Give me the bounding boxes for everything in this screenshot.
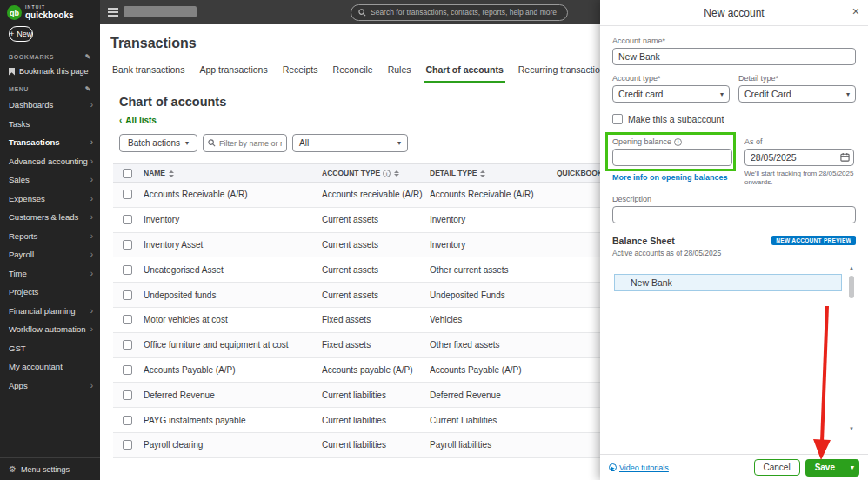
detail-type-select[interactable]: Credit Card ▾ — [738, 85, 856, 103]
sidebar-item-workflow-automation[interactable]: Workflow automation› — [0, 320, 100, 339]
row-checkbox[interactable] — [123, 365, 132, 375]
edit-bookmarks-icon[interactable]: ✎ — [85, 53, 91, 61]
row-checkbox[interactable] — [123, 190, 132, 199]
table-row[interactable]: Inventory AssetCurrent assetsInventory — [113, 233, 600, 258]
global-search[interactable] — [351, 4, 568, 21]
sidebar-item-financial-planning[interactable]: Financial planning› — [0, 302, 100, 321]
row-checkbox[interactable] — [123, 290, 132, 300]
sidebar-item-payroll[interactable]: Payroll› — [0, 245, 100, 264]
tab-rules[interactable]: Rules — [386, 61, 413, 83]
more-info-link[interactable]: More info on opening balances — [612, 173, 732, 182]
preview-item-new-bank[interactable]: New Bank — [614, 274, 842, 291]
sidebar-item-gst[interactable]: GST — [0, 339, 100, 358]
select-all-checkbox[interactable] — [123, 169, 132, 178]
video-tutorials-link[interactable]: ▶ Video tutorials — [609, 463, 669, 472]
filter-input-wrap[interactable] — [203, 134, 287, 152]
quickbooks-logo[interactable]: qb INTUIT quickbooks — [0, 0, 100, 23]
header-detail-type[interactable]: DETAIL TYPE — [430, 169, 557, 177]
bookmark-icon — [9, 68, 15, 76]
description-field[interactable] — [612, 206, 856, 223]
tab-app-transactions[interactable]: App transactions — [197, 61, 269, 83]
sort-icon[interactable] — [480, 170, 485, 177]
account-type-select[interactable]: Credit card ▾ — [612, 85, 730, 103]
sidebar-item-dashboards[interactable]: Dashboards› — [0, 96, 100, 115]
table-row[interactable]: Accounts Receivable (A/R)Accounts receiv… — [113, 183, 600, 208]
table-row[interactable]: PAYG instalments payableCurrent liabilit… — [113, 408, 600, 433]
calendar-icon[interactable] — [840, 152, 850, 162]
table-row[interactable]: InventoryCurrent assetsInventory — [113, 208, 600, 233]
hamburger-icon[interactable] — [108, 8, 118, 18]
sort-icon[interactable] — [394, 170, 399, 177]
save-dropdown-button[interactable]: ▼ — [845, 459, 859, 477]
account-name-label: Account name* — [612, 37, 856, 45]
info-icon[interactable]: i — [383, 170, 391, 177]
filter-input[interactable] — [219, 139, 282, 148]
sidebar-item-tasks[interactable]: Tasks — [0, 115, 100, 134]
edit-menu-icon[interactable]: ✎ — [85, 85, 91, 93]
info-icon[interactable]: i — [674, 138, 682, 146]
save-button[interactable]: Save — [805, 459, 845, 477]
batch-actions-button[interactable]: Batch actions ▾ — [119, 134, 197, 152]
sidebar-item-expenses[interactable]: Expenses› — [0, 190, 100, 209]
sidebar-item-time[interactable]: Time› — [0, 264, 100, 283]
sidebar-item-apps[interactable]: Apps› — [0, 377, 100, 396]
bookmarks-header-label: BOOKMARKS — [9, 54, 54, 60]
scrollbar-thumb[interactable] — [849, 276, 854, 298]
brand-product: quickbooks — [25, 10, 74, 20]
table-row[interactable]: Deferred RevenueCurrent liabilitiesDefer… — [113, 383, 600, 408]
subaccount-checkbox-row[interactable]: Make this a subaccount — [612, 114, 856, 124]
header-quickbooks-balance[interactable]: QUICKBOOKS BALANCE — [557, 169, 600, 177]
header-account-type[interactable]: ACCOUNT TYPEi — [322, 169, 430, 178]
sidebar-item-sales[interactable]: Sales› — [0, 170, 100, 190]
row-checkbox[interactable] — [123, 315, 132, 324]
scroll-up-icon[interactable]: ▲ — [849, 265, 854, 270]
row-checkbox[interactable] — [123, 416, 132, 425]
row-checkbox[interactable] — [123, 390, 132, 400]
sidebar-item-label: Customers & leads — [9, 212, 78, 222]
table-row[interactable]: Undeposited fundsCurrent assetsUndeposit… — [113, 283, 600, 308]
tab-receipts[interactable]: Receipts — [281, 61, 320, 83]
header-name[interactable]: NAME — [141, 169, 322, 177]
row-checkbox[interactable] — [123, 215, 132, 224]
type-filter-select[interactable]: All ▾ — [292, 134, 408, 152]
chevron-right-icon: › — [90, 194, 93, 203]
chevron-right-icon: › — [90, 175, 93, 184]
tab-recurring-transactions[interactable]: Recurring transactions — [517, 61, 600, 83]
bookmark-this-page[interactable]: Bookmark this page — [0, 63, 100, 80]
sort-icon[interactable] — [169, 170, 174, 177]
table-row[interactable]: Payroll clearingCurrent liabilitiesPayro… — [113, 433, 600, 458]
scroll-down-icon[interactable]: ▼ — [849, 426, 854, 431]
sidebar-item-projects[interactable]: Projects — [0, 283, 100, 302]
row-checkbox[interactable] — [123, 440, 132, 450]
row-checkbox[interactable] — [123, 265, 132, 275]
tab-reconcile[interactable]: Reconcile — [331, 61, 375, 83]
all-lists-label: All lists — [125, 116, 157, 125]
subaccount-checkbox[interactable] — [612, 114, 623, 124]
description-label: Description — [612, 195, 856, 203]
tab-bank-transactions[interactable]: Bank transactions — [110, 61, 186, 83]
sidebar-item-reports[interactable]: Reports› — [0, 227, 100, 246]
tab-chart-of-accounts[interactable]: Chart of accounts — [424, 61, 505, 83]
close-icon[interactable]: × — [852, 5, 859, 17]
opening-balance-field[interactable] — [612, 149, 732, 166]
global-search-input[interactable] — [371, 8, 560, 17]
as-of-date-field[interactable] — [744, 149, 854, 166]
cell-account-type: Accounts receivable (A/R) — [322, 190, 430, 199]
account-name-field[interactable] — [612, 48, 856, 65]
sidebar-item-my-accountant[interactable]: My accountant — [0, 357, 100, 377]
table-row[interactable]: Uncategorised AssetCurrent assetsOther c… — [113, 257, 600, 283]
sidebar-item-transactions[interactable]: Transactions› — [0, 133, 100, 152]
new-button[interactable]: + New — [9, 26, 33, 42]
row-checkbox[interactable] — [123, 340, 132, 350]
table-row[interactable]: Accounts Payable (A/P)Accounts payable (… — [113, 358, 600, 383]
table-row[interactable]: Motor vehicles at costFixed assetsVehicl… — [113, 308, 600, 333]
sidebar-item-label: Advanced accounting — [9, 157, 88, 166]
table-row[interactable]: Office furniture and equipment at costFi… — [113, 333, 600, 358]
cell-detail-type: Deferred Revenue — [430, 390, 557, 400]
sidebar-item-advanced-accounting[interactable]: Advanced accounting› — [0, 152, 100, 171]
menu-settings[interactable]: ⚙ Menu settings — [0, 457, 100, 480]
all-lists-link[interactable]: ‹ All lists — [119, 116, 157, 125]
row-checkbox[interactable] — [123, 240, 132, 250]
sidebar-item-customers-leads[interactable]: Customers & leads› — [0, 208, 100, 227]
cancel-button[interactable]: Cancel — [754, 459, 800, 476]
